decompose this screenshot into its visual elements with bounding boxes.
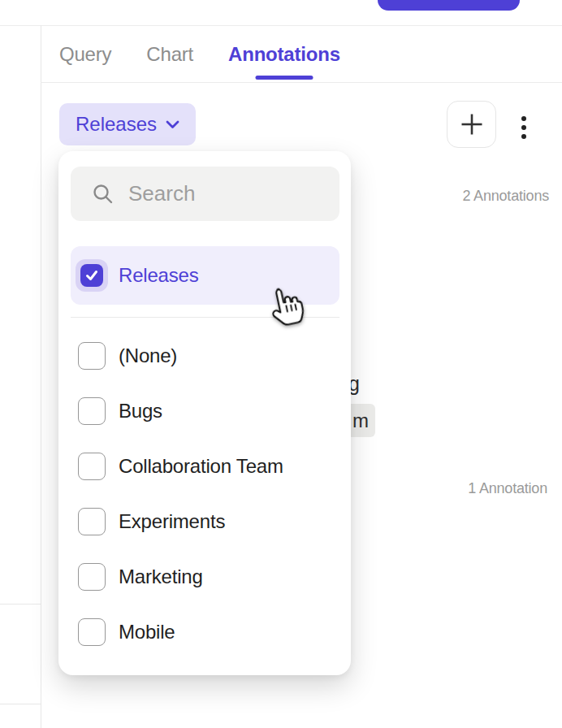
kebab-icon xyxy=(521,116,526,139)
active-tab-underline xyxy=(255,76,313,80)
tab-query[interactable]: Query xyxy=(59,26,111,82)
option-label: (None) xyxy=(119,344,177,367)
tab-label: Query xyxy=(59,43,111,66)
search-icon xyxy=(92,183,114,205)
option-label: Experiments xyxy=(119,510,225,533)
option-row-none[interactable]: (None) xyxy=(71,328,339,384)
option-row-bugs[interactable]: Bugs xyxy=(71,384,339,439)
option-row-collaboration-team[interactable]: Collaboration Team xyxy=(71,439,339,494)
option-row-marketing[interactable]: Marketing xyxy=(71,549,339,604)
option-list: (None) Bugs Collaboration Team Experimen… xyxy=(71,328,339,660)
sidebar-row-divider xyxy=(0,704,41,704)
annotation-count: 1 Annotation xyxy=(468,480,547,497)
checkmark-icon xyxy=(84,268,99,283)
annotation-count: 2 Annotations xyxy=(463,188,550,205)
option-label: Marketing xyxy=(119,566,203,588)
option-row-mobile[interactable]: Mobile xyxy=(71,604,339,660)
search-input[interactable] xyxy=(128,167,400,221)
sidebar-divider xyxy=(41,25,41,728)
filter-button-label: Releases xyxy=(76,113,157,136)
tab-label: Chart xyxy=(146,43,193,66)
option-label: Collaboration Team xyxy=(119,455,283,478)
checkbox-unchecked[interactable] xyxy=(78,397,106,425)
chevron-down-icon xyxy=(166,120,179,129)
primary-action-pill[interactable] xyxy=(378,0,520,11)
tab-chart[interactable]: Chart xyxy=(146,26,193,82)
checkbox-unchecked[interactable] xyxy=(78,618,106,646)
releases-filter-dropdown: Releases (None) Bugs Collaboration Team … xyxy=(58,151,351,675)
checkbox-unchecked[interactable] xyxy=(78,508,106,535)
option-row-experiments[interactable]: Experiments xyxy=(71,494,339,549)
sidebar-row-divider xyxy=(0,604,41,604)
checkbox-unchecked[interactable] xyxy=(78,342,106,370)
option-label: Bugs xyxy=(119,400,162,422)
option-label: Mobile xyxy=(119,621,175,644)
tab-label: Annotations xyxy=(228,43,340,66)
more-options-button[interactable] xyxy=(512,108,535,147)
checkbox-unchecked[interactable] xyxy=(78,453,106,480)
plus-icon xyxy=(460,112,484,136)
tab-annotations[interactable]: Annotations xyxy=(228,26,340,82)
releases-filter-button[interactable]: Releases xyxy=(59,103,196,145)
chip-text: m xyxy=(352,410,369,432)
tab-bar: Query Chart Annotations xyxy=(41,26,562,83)
search-box[interactable] xyxy=(71,167,339,221)
checkbox-checked[interactable] xyxy=(80,264,103,287)
checkbox-focus-ring xyxy=(76,259,108,292)
checkbox-unchecked[interactable] xyxy=(78,563,106,591)
option-label: Releases xyxy=(119,264,198,287)
add-annotation-button[interactable] xyxy=(447,101,496,148)
dropdown-divider xyxy=(71,317,339,318)
option-row-releases[interactable]: Releases xyxy=(71,246,339,305)
